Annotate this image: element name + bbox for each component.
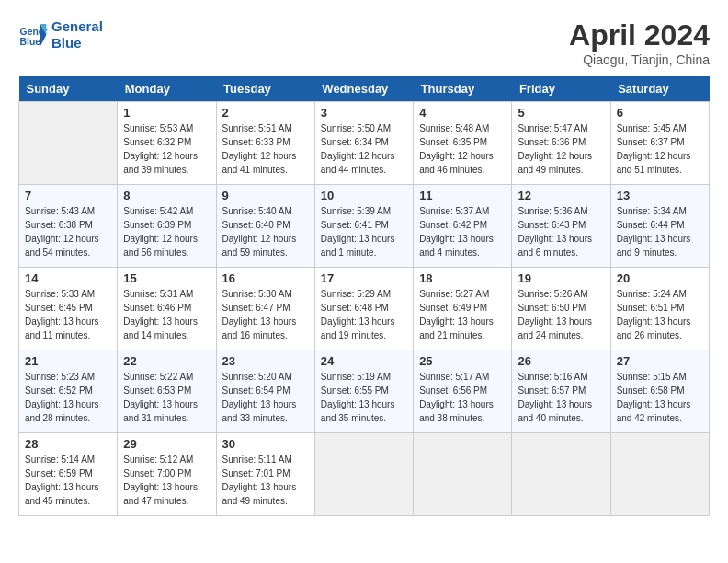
logo-general: General: [51, 18, 103, 35]
calendar-cell: 2Sunrise: 5:51 AMSunset: 6:33 PMDaylight…: [216, 102, 314, 185]
calendar-cell: 23Sunrise: 5:20 AMSunset: 6:54 PMDayligh…: [216, 350, 314, 433]
page-header: General Blue General Blue April 2024 Qia…: [18, 18, 710, 67]
day-number: 4: [419, 106, 506, 120]
calendar-cell: 11Sunrise: 5:37 AMSunset: 6:42 PMDayligh…: [414, 185, 512, 268]
day-info: Sunrise: 5:26 AMSunset: 6:50 PMDaylight:…: [518, 287, 604, 342]
day-number: 15: [123, 271, 210, 285]
logo: General Blue General Blue: [18, 18, 103, 52]
calendar-week-2: 7Sunrise: 5:43 AMSunset: 6:38 PMDaylight…: [19, 185, 710, 268]
day-info: Sunrise: 5:14 AMSunset: 6:59 PMDaylight:…: [25, 453, 111, 508]
calendar-cell: 29Sunrise: 5:12 AMSunset: 7:00 PMDayligh…: [118, 433, 216, 516]
day-number: 24: [321, 354, 407, 368]
day-info: Sunrise: 5:30 AMSunset: 6:47 PMDaylight:…: [222, 287, 309, 342]
calendar-cell: 8Sunrise: 5:42 AMSunset: 6:39 PMDaylight…: [118, 185, 216, 268]
day-number: 13: [617, 189, 703, 202]
day-info: Sunrise: 5:20 AMSunset: 6:54 PMDaylight:…: [222, 370, 309, 425]
calendar-cell: 22Sunrise: 5:22 AMSunset: 6:53 PMDayligh…: [118, 350, 216, 433]
column-header-sunday: Sunday: [19, 76, 118, 102]
calendar-cell: 25Sunrise: 5:17 AMSunset: 6:56 PMDayligh…: [414, 350, 512, 433]
logo-icon: General Blue: [18, 20, 48, 50]
calendar-cell: 26Sunrise: 5:16 AMSunset: 6:57 PMDayligh…: [512, 350, 610, 433]
calendar-cell: 5Sunrise: 5:47 AMSunset: 6:36 PMDaylight…: [512, 102, 610, 185]
day-number: 14: [25, 271, 111, 285]
day-number: 23: [222, 354, 309, 368]
calendar-week-4: 21Sunrise: 5:23 AMSunset: 6:52 PMDayligh…: [19, 350, 710, 433]
day-number: 18: [419, 271, 506, 285]
calendar-header-row: SundayMondayTuesdayWednesdayThursdayFrid…: [19, 76, 710, 102]
day-info: Sunrise: 5:48 AMSunset: 6:35 PMDaylight:…: [419, 121, 506, 177]
day-number: 7: [25, 189, 111, 202]
day-info: Sunrise: 5:40 AMSunset: 6:40 PMDaylight:…: [222, 204, 309, 259]
calendar-cell: [19, 102, 118, 185]
calendar-cell: 21Sunrise: 5:23 AMSunset: 6:52 PMDayligh…: [19, 350, 118, 433]
day-info: Sunrise: 5:16 AMSunset: 6:57 PMDaylight:…: [518, 370, 604, 425]
day-info: Sunrise: 5:50 AMSunset: 6:34 PMDaylight:…: [321, 121, 407, 177]
calendar-cell: 13Sunrise: 5:34 AMSunset: 6:44 PMDayligh…: [610, 185, 709, 268]
day-number: 3: [321, 106, 407, 120]
calendar-cell: 27Sunrise: 5:15 AMSunset: 6:58 PMDayligh…: [610, 350, 709, 433]
day-info: Sunrise: 5:27 AMSunset: 6:49 PMDaylight:…: [419, 287, 506, 342]
calendar-cell: 1Sunrise: 5:53 AMSunset: 6:32 PMDaylight…: [118, 102, 216, 185]
calendar-cell: 24Sunrise: 5:19 AMSunset: 6:55 PMDayligh…: [314, 350, 413, 433]
day-info: Sunrise: 5:39 AMSunset: 6:41 PMDaylight:…: [321, 204, 407, 259]
calendar-cell: [610, 433, 709, 516]
day-info: Sunrise: 5:47 AMSunset: 6:36 PMDaylight:…: [518, 121, 604, 177]
calendar-cell: 15Sunrise: 5:31 AMSunset: 6:46 PMDayligh…: [118, 268, 216, 350]
location-subtitle: Qiaogu, Tianjin, China: [569, 52, 710, 67]
column-header-friday: Friday: [512, 76, 610, 102]
calendar-cell: 20Sunrise: 5:24 AMSunset: 6:51 PMDayligh…: [610, 268, 709, 350]
calendar-cell: 17Sunrise: 5:29 AMSunset: 6:48 PMDayligh…: [314, 268, 413, 350]
day-info: Sunrise: 5:29 AMSunset: 6:48 PMDaylight:…: [321, 287, 407, 342]
day-info: Sunrise: 5:37 AMSunset: 6:42 PMDaylight:…: [419, 204, 506, 259]
calendar-cell: 3Sunrise: 5:50 AMSunset: 6:34 PMDaylight…: [314, 102, 413, 185]
calendar-week-5: 28Sunrise: 5:14 AMSunset: 6:59 PMDayligh…: [19, 433, 710, 516]
day-number: 26: [518, 354, 604, 368]
calendar-cell: 19Sunrise: 5:26 AMSunset: 6:50 PMDayligh…: [512, 268, 610, 350]
day-number: 16: [222, 271, 309, 285]
calendar-cell: [414, 433, 512, 516]
day-number: 9: [222, 189, 309, 202]
calendar-table: SundayMondayTuesdayWednesdayThursdayFrid…: [18, 76, 710, 516]
day-number: 22: [123, 354, 210, 368]
day-info: Sunrise: 5:12 AMSunset: 7:00 PMDaylight:…: [123, 453, 210, 508]
calendar-cell: 6Sunrise: 5:45 AMSunset: 6:37 PMDaylight…: [610, 102, 709, 185]
day-number: 30: [222, 437, 309, 451]
calendar-cell: 12Sunrise: 5:36 AMSunset: 6:43 PMDayligh…: [512, 185, 610, 268]
day-number: 5: [518, 106, 604, 120]
day-info: Sunrise: 5:17 AMSunset: 6:56 PMDaylight:…: [419, 370, 506, 425]
day-info: Sunrise: 5:51 AMSunset: 6:33 PMDaylight:…: [222, 121, 309, 177]
column-header-tuesday: Tuesday: [216, 76, 314, 102]
day-info: Sunrise: 5:24 AMSunset: 6:51 PMDaylight:…: [617, 287, 703, 342]
day-info: Sunrise: 5:31 AMSunset: 6:46 PMDaylight:…: [123, 287, 210, 342]
day-info: Sunrise: 5:23 AMSunset: 6:52 PMDaylight:…: [25, 370, 111, 425]
day-number: 19: [518, 271, 604, 285]
calendar-week-1: 1Sunrise: 5:53 AMSunset: 6:32 PMDaylight…: [19, 102, 710, 185]
title-block: April 2024 Qiaogu, Tianjin, China: [569, 18, 710, 67]
column-header-wednesday: Wednesday: [314, 76, 413, 102]
calendar-week-3: 14Sunrise: 5:33 AMSunset: 6:45 PMDayligh…: [19, 268, 710, 350]
day-number: 20: [617, 271, 703, 285]
calendar-cell: [314, 433, 413, 516]
day-info: Sunrise: 5:15 AMSunset: 6:58 PMDaylight:…: [617, 370, 703, 425]
calendar-cell: 28Sunrise: 5:14 AMSunset: 6:59 PMDayligh…: [19, 433, 118, 516]
month-title: April 2024: [569, 18, 710, 52]
column-header-monday: Monday: [118, 76, 216, 102]
day-info: Sunrise: 5:45 AMSunset: 6:37 PMDaylight:…: [617, 121, 703, 177]
day-number: 17: [321, 271, 407, 285]
day-number: 1: [123, 106, 210, 120]
day-info: Sunrise: 5:36 AMSunset: 6:43 PMDaylight:…: [518, 204, 604, 259]
day-number: 6: [617, 106, 703, 120]
column-header-saturday: Saturday: [610, 76, 709, 102]
day-number: 2: [222, 106, 309, 120]
column-header-thursday: Thursday: [414, 76, 512, 102]
day-number: 28: [25, 437, 111, 451]
day-info: Sunrise: 5:33 AMSunset: 6:45 PMDaylight:…: [25, 287, 111, 342]
day-info: Sunrise: 5:22 AMSunset: 6:53 PMDaylight:…: [123, 370, 210, 425]
logo-blue: Blue: [51, 35, 103, 52]
calendar-cell: 16Sunrise: 5:30 AMSunset: 6:47 PMDayligh…: [216, 268, 314, 350]
calendar-cell: 10Sunrise: 5:39 AMSunset: 6:41 PMDayligh…: [314, 185, 413, 268]
day-number: 12: [518, 189, 604, 202]
calendar-cell: 18Sunrise: 5:27 AMSunset: 6:49 PMDayligh…: [414, 268, 512, 350]
day-number: 27: [617, 354, 703, 368]
day-number: 25: [419, 354, 506, 368]
